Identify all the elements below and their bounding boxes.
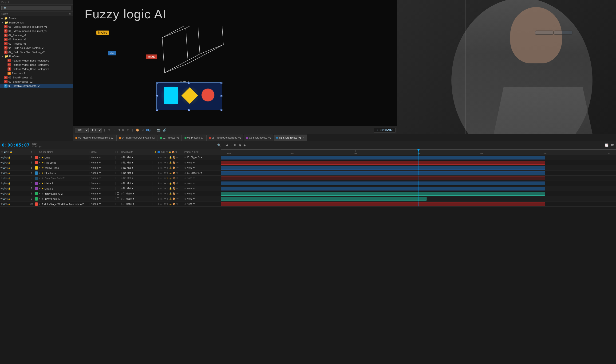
sw-blend[interactable]: 🎨 (173, 156, 175, 159)
sw-collapse[interactable]: ⊕ (158, 203, 159, 205)
sw-3d[interactable]: 👁 (176, 177, 178, 179)
sw-effects[interactable]: / (163, 182, 164, 185)
sw-fx[interactable]: fx (167, 203, 169, 205)
rotate-button[interactable]: ↺ (141, 128, 144, 132)
tl-tool5[interactable]: ◈ (243, 143, 246, 147)
parent-dropdown[interactable]: ▼ (200, 156, 203, 159)
tl-tool1[interactable]: ⇌ (225, 143, 229, 147)
search-input[interactable] (1, 6, 71, 10)
sw-quality[interactable]: ◇ (160, 192, 162, 195)
lock-toggle[interactable]: 🔒 (8, 182, 11, 185)
sw-motion-blur[interactable]: ✱ (164, 192, 166, 195)
solo-toggle[interactable]: ◎ (6, 177, 8, 179)
expand-arrow[interactable]: ▶ (39, 167, 41, 169)
audio-toggle[interactable]: 🔊 (3, 182, 6, 185)
audio-toggle[interactable]: 🔊 (3, 193, 6, 195)
visibility-toggle[interactable]: 👁 (0, 203, 3, 205)
sw-3d[interactable]: 👁 (176, 161, 178, 164)
fit-width-button[interactable]: ↔ (112, 128, 116, 132)
precomp-folder[interactable]: ▼ 📁 PreComp (0, 54, 73, 58)
sw-fx[interactable]: fx (167, 172, 169, 174)
sw-3d[interactable]: 👁 (176, 167, 178, 169)
parent-dropdown[interactable]: ▼ (193, 197, 195, 200)
audio-toggle[interactable]: 🔊 (3, 177, 6, 179)
visibility-toggle[interactable]: 👁 (0, 182, 3, 185)
sw-quality[interactable]: ◇ (160, 161, 162, 164)
audio-toggle[interactable]: 🔊 (3, 167, 6, 169)
sw-lock[interactable]: 🔒 (169, 161, 172, 164)
solo-toggle[interactable]: ◎ (6, 198, 8, 200)
mode-dropdown[interactable]: ▼ (99, 172, 101, 174)
list-item[interactable]: C 04_ Build Your Own System_v2 (0, 50, 73, 54)
solo-toggle[interactable]: ◎ (6, 156, 8, 159)
expand-arrow[interactable]: ▶ (39, 203, 41, 205)
sw-blend[interactable]: 🎨 (173, 161, 175, 164)
sw-effects[interactable]: / (163, 203, 164, 205)
sw-effects[interactable]: / (163, 161, 164, 164)
lock-toggle[interactable]: 🔒 (8, 167, 11, 169)
lock-toggle[interactable]: 🔒 (8, 162, 11, 164)
sw-effects[interactable]: / (163, 156, 164, 159)
sw-quality[interactable]: ◇ (160, 167, 162, 169)
sw-blend[interactable]: 🎨 (173, 177, 175, 179)
sw-motion-blur[interactable]: ✱ (164, 172, 166, 174)
main-comps-folder[interactable]: ▼ 📁 Main Comps (0, 20, 73, 25)
t-checkbox[interactable] (117, 197, 119, 200)
list-item[interactable]: C 02_Process_v2 (0, 37, 73, 41)
expand-arrow[interactable]: ▶ (39, 187, 41, 190)
sw-lock[interactable]: 🔒 (169, 156, 172, 159)
sw-quality[interactable]: ◇ (160, 203, 162, 205)
list-item[interactable]: C Pre-comp 1 (0, 71, 73, 75)
grid-button[interactable]: ⊞ (122, 128, 125, 132)
expand-arrow[interactable]: ▶ (39, 193, 41, 195)
lock-toggle[interactable]: 🔒 (8, 187, 11, 190)
list-item-selected[interactable]: C 03_FlexibleComponents_v1 (0, 84, 73, 88)
tl-tool2[interactable]: ↕ (230, 143, 232, 147)
sw-effects[interactable]: / (163, 172, 164, 174)
sw-blend[interactable]: 🎨 (173, 203, 175, 205)
audio-toggle[interactable]: 🔊 (3, 162, 6, 164)
list-item[interactable]: C 01_ Messy inbound document_v1 (0, 25, 73, 29)
solo-toggle[interactable]: ◎ (6, 193, 8, 195)
sw-motion-blur[interactable]: ✱ (164, 177, 166, 179)
visibility-toggle[interactable]: 👁 (0, 197, 3, 200)
lock-toggle[interactable]: 🔒 (8, 172, 11, 174)
sw-motion-blur[interactable]: ✱ (164, 182, 166, 185)
sw-collapse[interactable]: ⊕ (158, 161, 159, 164)
share-button[interactable]: 🔗 (163, 128, 167, 132)
audio-toggle[interactable]: 🔊 (3, 198, 6, 200)
search-timeline-button[interactable]: 🔍 (217, 143, 221, 147)
sw-lock[interactable]: 🔒 (169, 182, 172, 185)
sw-blend[interactable]: 🎨 (173, 172, 175, 174)
sw-collapse[interactable]: ⊕ (158, 167, 159, 169)
tm-dropdown[interactable]: ▼ (131, 161, 134, 164)
sw-collapse[interactable]: ⊕ (158, 172, 159, 174)
tm-dropdown[interactable]: ▼ (132, 197, 135, 200)
solo-toggle[interactable]: ◎ (6, 172, 8, 174)
solo-toggle[interactable]: ◎ (6, 187, 8, 190)
audio-toggle[interactable]: 🔊 (3, 203, 6, 205)
sw-motion-blur[interactable]: ✱ (164, 167, 166, 169)
tm-dropdown[interactable]: ▼ (131, 156, 134, 159)
mode-dropdown[interactable]: ▼ (99, 187, 101, 190)
tm-dropdown[interactable]: ▼ (131, 187, 134, 190)
t-checkbox[interactable] (117, 192, 119, 195)
visibility-toggle[interactable]: 👁 (0, 177, 3, 179)
sw-lock[interactable]: 🔒 (169, 167, 172, 169)
list-item[interactable]: C Platform Video_Base Footagev1 (0, 67, 73, 71)
sw-quality[interactable]: ◇ (160, 182, 162, 185)
expand-arrow[interactable]: ▶ (39, 156, 41, 158)
sw-collapse[interactable]: ⊕ (158, 156, 159, 159)
expand-arrow[interactable]: ▶ (39, 182, 41, 184)
solo-toggle[interactable]: ◎ (6, 182, 8, 185)
sw-motion-blur[interactable]: ✱ (164, 203, 166, 205)
sw-collapse[interactable]: ⊕ (158, 187, 159, 190)
list-item[interactable]: C 02_Process_v1 (0, 33, 73, 37)
sw-collapse[interactable]: ⊕ (158, 192, 159, 195)
color-correction-button[interactable]: 🎨 (135, 128, 140, 132)
sw-fx[interactable]: fx (167, 177, 169, 179)
tm-dropdown[interactable]: ▼ (131, 167, 134, 169)
solo-toggle[interactable]: ◎ (6, 167, 8, 169)
sw-quality[interactable]: ◇ (160, 156, 162, 159)
tm-dropdown[interactable]: ▼ (131, 177, 134, 179)
